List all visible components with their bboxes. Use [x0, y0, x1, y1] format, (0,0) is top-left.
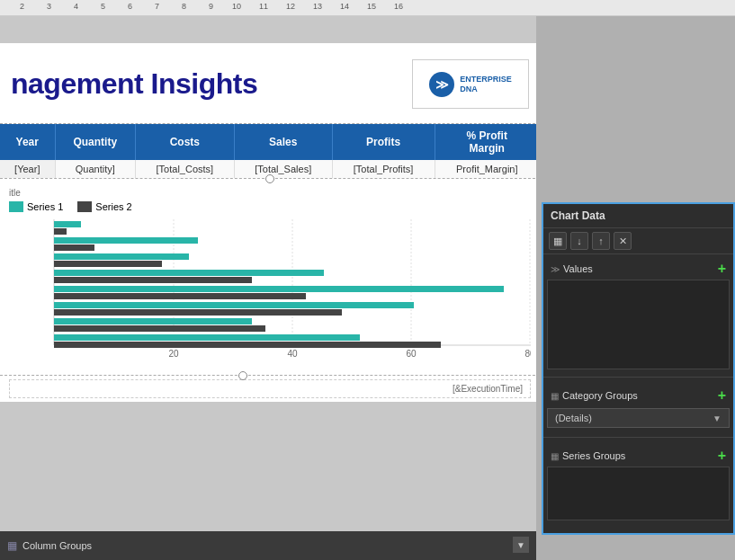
column-groups-label: Column Groups [22, 540, 92, 551]
ruler-tick: 4 [74, 2, 78, 11]
report-title: nagement Insights [11, 67, 257, 101]
col-header-profit-margin: % Profit Margin [435, 124, 536, 160]
svg-rect-10 [54, 221, 81, 227]
cell-profit-margin: Profit_Margin] [435, 160, 536, 178]
panel-title: Chart Data [551, 209, 605, 222]
svg-rect-12 [54, 237, 198, 244]
separator-line [0, 178, 536, 179]
logo-icon: ≫ [429, 72, 454, 97]
svg-rect-11 [54, 228, 67, 235]
legend-color-series1 [9, 201, 23, 212]
svg-text:60: 60 [406, 349, 417, 359]
col-header-quantity: Quantity [55, 124, 135, 160]
report-canvas: nagement Insights ≫ ENTERPRISE DNA Year … [0, 43, 536, 402]
column-groups-panel[interactable]: ▦ Column Groups ▼ [0, 531, 536, 560]
toolbar-delete-btn[interactable]: ✕ [614, 232, 632, 250]
values-section: ≫ Values + [543, 254, 733, 373]
separator-handle[interactable] [265, 174, 274, 183]
cell-costs: [Total_Costs] [135, 160, 234, 178]
cell-year: [Year] [0, 160, 55, 178]
ruler-tick: 8 [182, 2, 186, 11]
svg-text:40: 40 [287, 349, 298, 359]
legend-label-series1: Series 1 [27, 201, 63, 212]
col-header-profits: Profits [332, 124, 435, 160]
canvas-area: nagement Insights ≫ ENTERPRISE DNA Year … [0, 16, 536, 560]
toolbar-grid-btn[interactable]: ▦ [549, 232, 567, 250]
category-groups-header: ▦ Category Groups + [543, 385, 733, 406]
series-groups-area [547, 467, 730, 520]
series-groups-header: ▦ Series Groups + [543, 445, 733, 467]
toolbar-up-btn[interactable]: ↑ [592, 232, 610, 250]
values-area [547, 280, 730, 369]
panel-header: Chart Data [543, 204, 733, 228]
svg-rect-16 [54, 270, 324, 276]
svg-rect-24 [54, 334, 360, 341]
svg-rect-22 [54, 318, 252, 324]
panel-toolbar: ▦ ↓ ↑ ✕ [543, 228, 733, 254]
svg-rect-14 [54, 253, 189, 260]
col-header-sales: Sales [234, 124, 332, 160]
svg-rect-15 [54, 261, 162, 267]
series-groups-section: ▦ Series Groups + [543, 441, 733, 524]
ruler-tick: 12 [286, 2, 295, 11]
ruler-tick: 2 [20, 2, 24, 11]
category-groups-section: ▦ Category Groups + (Details) ▼ [543, 381, 733, 433]
chart-area: itle Series 1 Series 2 [0, 179, 536, 375]
values-add-button[interactable]: + [718, 262, 726, 276]
values-section-header: ≫ Values + [543, 258, 733, 280]
svg-text:20: 20 [168, 349, 179, 359]
svg-rect-17 [54, 277, 252, 283]
bar-chart-svg: 20 40 60 80 [9, 219, 531, 363]
svg-rect-25 [54, 342, 441, 348]
ruler-tick: 13 [313, 2, 322, 11]
svg-rect-20 [54, 302, 414, 308]
chart-legend: Series 1 Series 2 [9, 201, 531, 212]
ruler-tick: 16 [394, 2, 403, 11]
legend-item-series1: Series 1 [9, 201, 63, 212]
category-groups-dropdown[interactable]: (Details) ▼ [547, 408, 730, 428]
category-dropdown-value: (Details) [555, 413, 592, 423]
chart-footer: [&ExecutionTime] [9, 379, 531, 398]
series-groups-title: ▦ Series Groups [551, 450, 625, 461]
cell-quantity: Quantity] [55, 160, 135, 178]
panel-divider-1 [543, 377, 733, 378]
values-expand-icon[interactable]: ≫ [551, 264, 560, 274]
logo-text: ENTERPRISE DNA [460, 75, 512, 94]
ruler-tick: 5 [101, 2, 105, 11]
cell-profits: [Total_Profits] [332, 160, 435, 178]
series-grid-icon: ▦ [551, 451, 559, 461]
separator-handle-2[interactable] [238, 371, 247, 380]
chart-title: itle [9, 188, 531, 198]
ruler-tick: 10 [232, 2, 241, 11]
legend-color-series2 [77, 201, 92, 212]
ruler-tick: 14 [340, 2, 349, 11]
legend-label-series2: Series 2 [95, 201, 131, 212]
category-groups-title: ▦ Category Groups [551, 390, 638, 401]
logo-box: ≫ ENTERPRISE DNA [412, 59, 529, 109]
ruler-tick: 6 [128, 2, 132, 11]
svg-rect-23 [54, 325, 265, 332]
ruler: 2 3 4 5 6 7 8 9 10 11 12 13 14 15 16 [0, 0, 735, 16]
chart-data-panel: Chart Data ▦ ↓ ↑ ✕ ≫ Values + ▦ Category… [542, 202, 735, 535]
svg-text:80: 80 [524, 349, 531, 359]
ruler-tick: 3 [47, 2, 51, 11]
ruler-tick: 9 [209, 2, 213, 11]
category-grid-icon: ▦ [551, 391, 559, 401]
category-groups-label: Category Groups [562, 390, 638, 401]
values-section-title: ≫ Values [551, 263, 593, 274]
toolbar-down-btn[interactable]: ↓ [570, 232, 588, 250]
ruler-tick: 11 [259, 2, 268, 11]
svg-rect-19 [54, 293, 306, 299]
col-header-costs: Costs [135, 124, 234, 160]
svg-rect-21 [54, 309, 342, 316]
separator-line-2 [0, 375, 536, 376]
cell-sales: [Total_Sales] [234, 160, 332, 178]
column-groups-dropdown-arrow[interactable]: ▼ [513, 537, 529, 553]
ruler-tick: 7 [155, 2, 159, 11]
col-header-year: Year [0, 124, 55, 160]
series-groups-label: Series Groups [562, 450, 625, 461]
series-groups-add-button[interactable]: + [718, 449, 726, 463]
ruler-tick: 15 [367, 2, 376, 11]
report-header: nagement Insights ≫ ENTERPRISE DNA [0, 43, 536, 124]
category-groups-add-button[interactable]: + [718, 388, 726, 403]
